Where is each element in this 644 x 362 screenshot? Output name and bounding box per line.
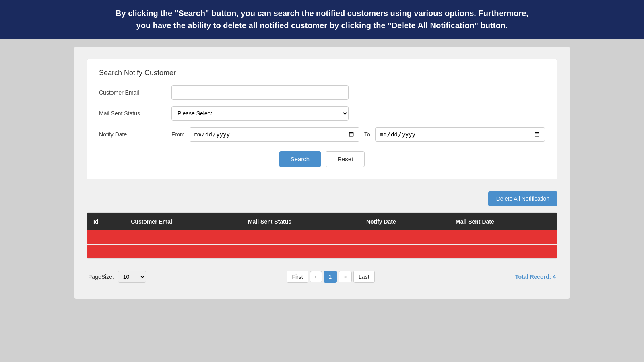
- pagesize-label: PageSize:: [88, 274, 114, 280]
- redacted-row-1: [87, 230, 557, 244]
- pagination-nav: First ‹ 1 » Last: [287, 271, 374, 283]
- search-card: Search Notify Customer Customer Email Ma…: [87, 59, 557, 179]
- last-page-button[interactable]: Last: [353, 271, 374, 283]
- customer-email-row: Customer Email: [99, 85, 545, 100]
- pagesize-group: PageSize: 10 25 50 100: [88, 271, 146, 283]
- to-date-input[interactable]: [375, 127, 545, 142]
- first-page-button[interactable]: First: [287, 271, 308, 283]
- results-table: Id Customer Email Mail Sent Status Notif…: [87, 213, 557, 258]
- notify-date-label: Notify Date: [99, 131, 171, 138]
- from-date-input[interactable]: [190, 127, 359, 142]
- reset-button[interactable]: Reset: [326, 151, 365, 167]
- next-page-button[interactable]: »: [339, 271, 352, 282]
- table-wrapper: Id Customer Email Mail Sent Status Notif…: [87, 212, 557, 259]
- main-container: Search Notify Customer Customer Email Ma…: [74, 47, 570, 299]
- to-label: To: [364, 131, 370, 138]
- date-group: From To: [171, 127, 545, 142]
- info-banner: By clicking the "Search" button, you can…: [0, 0, 644, 39]
- form-button-row: Search Reset: [99, 151, 545, 167]
- col-mail-sent-status: Mail Sent Status: [242, 213, 360, 230]
- mail-sent-status-select[interactable]: Please Select Sent Not Sent: [171, 106, 349, 121]
- search-button[interactable]: Search: [279, 151, 321, 167]
- col-notify-date: Notify Date: [360, 213, 449, 230]
- pagesize-select[interactable]: 10 25 50 100: [118, 271, 146, 283]
- col-customer-email: Customer Email: [124, 213, 242, 230]
- prev-page-button[interactable]: ‹: [310, 271, 322, 282]
- total-record: Total Record: 4: [515, 274, 556, 280]
- table-body: [87, 230, 557, 258]
- table-header-row: Id Customer Email Mail Sent Status Notif…: [87, 213, 557, 230]
- table-header: Id Customer Email Mail Sent Status Notif…: [87, 213, 557, 230]
- mail-sent-status-row: Mail Sent Status Please Select Sent Not …: [99, 106, 545, 121]
- from-label: From: [171, 131, 185, 138]
- table-row: [87, 230, 557, 244]
- customer-email-label: Customer Email: [99, 89, 171, 96]
- notify-date-row: Notify Date From To: [99, 127, 545, 142]
- col-mail-sent-date: Mail Sent Date: [449, 213, 557, 230]
- delete-all-notification-button[interactable]: Delete All Notification: [488, 191, 557, 206]
- col-id: Id: [87, 213, 124, 230]
- redacted-row-2: [87, 244, 557, 258]
- banner-text: By clicking the "Search" button, you can…: [116, 9, 528, 30]
- action-row: Delete All Notification: [87, 191, 557, 206]
- customer-email-input[interactable]: [171, 85, 349, 100]
- table-row: [87, 244, 557, 258]
- mail-sent-status-label: Mail Sent Status: [99, 110, 171, 117]
- current-page-button[interactable]: 1: [324, 271, 337, 283]
- pagination-area: PageSize: 10 25 50 100 First ‹ 1 » Last …: [87, 267, 557, 287]
- search-card-title: Search Notify Customer: [99, 69, 545, 77]
